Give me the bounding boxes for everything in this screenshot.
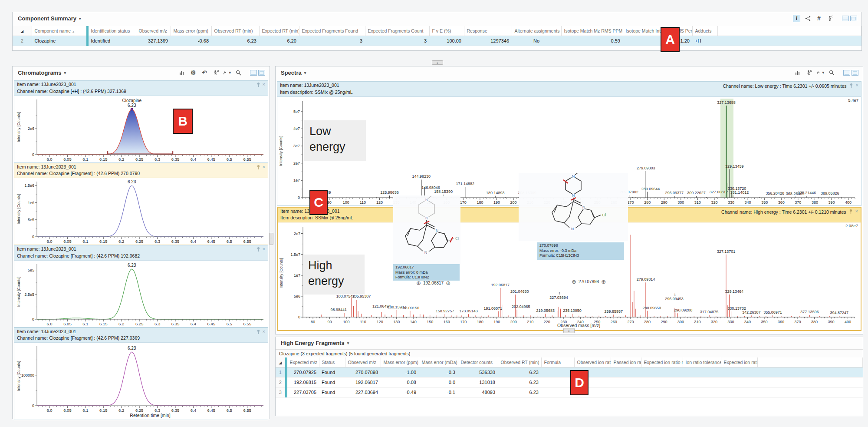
- chromatogram-plot-327[interactable]: 6.06.056.16.156.26.256.36.356.46.456.56.…: [14, 96, 268, 162]
- col-detector-counts[interactable]: Detector counts: [458, 357, 498, 367]
- col-expected-rt[interactable]: Expected RT (min): [259, 26, 299, 36]
- fragment-structure-270: N N N N Cl: [519, 173, 628, 241]
- col-status[interactable]: Status: [319, 357, 345, 367]
- col-expected-mz[interactable]: Expected m/z: [286, 357, 319, 367]
- chromatograms-title[interactable]: Chromatograms: [18, 70, 61, 76]
- close-icon[interactable]: ×: [855, 209, 858, 213]
- pin-icon[interactable]: [256, 82, 260, 89]
- col-mass-error-mda[interactable]: Mass error (mDa): [419, 357, 458, 367]
- caret-down-icon[interactable]: ▾: [347, 341, 349, 345]
- fragment-row[interactable]: 2192.06815Found192.068170.080.01310186.2…: [276, 377, 863, 387]
- pin-icon[interactable]: [256, 247, 260, 254]
- col-expected-ion-ratio[interactable]: Expected ion ratio: [721, 357, 757, 367]
- collapse-panel-icon[interactable]: [842, 16, 849, 21]
- col-adducts[interactable]: Adducts: [692, 26, 717, 36]
- col-passed-ion-ratio[interactable]: Passed ion ratio: [611, 357, 641, 367]
- col-isotope-mz-rms[interactable]: Isotope Match Mz RMS PPM: [561, 26, 623, 36]
- expand-panel-icon[interactable]: [852, 70, 858, 76]
- col-observed-mz[interactable]: Observed m/z: [136, 26, 171, 36]
- undo-icon[interactable]: ↶: [201, 69, 208, 76]
- col-formula[interactable]: Formula: [541, 357, 574, 367]
- fragments-title[interactable]: High Energy Fragments: [281, 340, 345, 346]
- peaks-icon[interactable]: [794, 69, 802, 76]
- svg-text:190: 190: [493, 320, 500, 324]
- close-icon[interactable]: ×: [263, 82, 265, 86]
- component-summary-title[interactable]: Component Summary: [18, 15, 76, 22]
- summary-row-clozapine[interactable]: 2 Clozapine Identified 327.1369 -0.68 6.…: [13, 36, 861, 46]
- chromatogram-plot-270[interactable]: 6.06.056.16.156.26.256.36.356.46.456.56.…: [14, 178, 268, 245]
- close-icon[interactable]: ×: [263, 329, 265, 334]
- col-identification-status[interactable]: Identification status: [87, 26, 136, 36]
- caret-down-icon[interactable]: ▾: [79, 17, 81, 21]
- col-alternate-assignments[interactable]: Alternate assignments: [512, 26, 561, 36]
- magnifier-icon[interactable]: [234, 69, 242, 76]
- select-all-header[interactable]: ◢: [276, 357, 286, 367]
- chromatogram-plot-227[interactable]: 6.06.056.16.156.26.256.36.356.46.456.56.…: [14, 343, 268, 420]
- next-fragment-button[interactable]: ⊕: [601, 279, 606, 285]
- col-expected-ion-ratio-range[interactable]: Expected ion ratio range: [641, 357, 683, 367]
- svg-text:290: 290: [661, 320, 667, 324]
- collapse-panel-icon[interactable]: [250, 70, 257, 76]
- person-annotate-icon[interactable]: [826, 14, 834, 22]
- svg-text:330.13732: 330.13732: [727, 306, 746, 311]
- fragment-row[interactable]: 3227.03705Found227.03694-0.49-0.1480936.…: [276, 387, 863, 397]
- fragments-subtitle: Clozapine (3 expected fragments) (5 foun…: [276, 349, 863, 357]
- chart-options-icon[interactable]: ▾: [816, 69, 824, 76]
- svg-text:0: 0: [32, 317, 34, 321]
- select-all-header[interactable]: ◢: [13, 26, 32, 36]
- col-observed-rt[interactable]: Observed RT (min): [498, 357, 541, 367]
- col-response[interactable]: Response: [464, 26, 512, 36]
- svg-text:330: 330: [727, 320, 734, 324]
- person-annotate-icon[interactable]: [212, 69, 220, 76]
- close-icon[interactable]: ×: [856, 83, 858, 87]
- svg-text:190: 190: [493, 200, 500, 205]
- expand-panel-icon[interactable]: [850, 16, 857, 21]
- tooltip-formula: Formula: C13H8N2: [395, 275, 457, 280]
- col-component-name[interactable]: Component name▴: [32, 26, 87, 36]
- horizontal-splitter-handle-2[interactable]: ●: [563, 328, 575, 333]
- col-expected-fragments-found[interactable]: Expected Fragments Found: [299, 26, 365, 36]
- clozapine-fragment-270-structure: N N N N Cl: [519, 173, 628, 241]
- caret-down-icon[interactable]: ▾: [64, 71, 66, 75]
- magnifier-icon[interactable]: [828, 69, 835, 76]
- col-mass-error-ppm[interactable]: Mass error (ppm): [381, 357, 419, 367]
- pin-icon[interactable]: [849, 83, 853, 90]
- col-expected-fragments-count[interactable]: Expected Fragments Count: [365, 26, 429, 36]
- chart-options-icon[interactable]: ▾: [223, 69, 231, 76]
- close-icon[interactable]: ×: [263, 165, 265, 169]
- col-ion-ratio-tolerance[interactable]: Ion ratio tolerance (%): [683, 357, 721, 367]
- col-fve[interactable]: F v E (%): [429, 26, 464, 36]
- prev-fragment-button[interactable]: ⊕: [416, 280, 421, 286]
- pin-icon[interactable]: [256, 329, 260, 336]
- person-annotate-icon[interactable]: [805, 69, 813, 76]
- col-isotope-intensity-rms[interactable]: Isotope Match Intensity RMS Percent: [623, 26, 692, 36]
- col-mass-error-ppm[interactable]: Mass error (ppm): [171, 26, 211, 36]
- spectra-title[interactable]: Spectra: [281, 70, 302, 76]
- horizontal-splitter-handle[interactable]: ●: [432, 60, 443, 65]
- col-observed-ion-ratio[interactable]: Observed ion ratio: [574, 357, 611, 367]
- prev-fragment-button[interactable]: ⊕: [572, 279, 576, 285]
- svg-text:110: 110: [360, 200, 366, 205]
- vertical-splitter-handle[interactable]: ⋮: [269, 233, 273, 245]
- caret-down-icon[interactable]: ▾: [304, 71, 306, 75]
- pin-icon[interactable]: [256, 165, 260, 172]
- chromatogram-plot-192[interactable]: 6.06.056.16.156.26.256.36.356.46.456.56.…: [14, 261, 268, 327]
- expand-panel-icon[interactable]: [258, 70, 265, 76]
- svg-text:400: 400: [845, 200, 852, 205]
- svg-text:110: 110: [360, 320, 366, 324]
- hash-icon[interactable]: #: [815, 14, 823, 22]
- svg-text:389.05826: 389.05826: [821, 191, 839, 195]
- share-icon[interactable]: [804, 14, 812, 22]
- svg-text:370: 370: [795, 320, 801, 324]
- col-observed-mz[interactable]: Observed m/z: [345, 357, 381, 367]
- fragment-row[interactable]: 1270.07925Found270.07898-1.00-0.35363306…: [276, 367, 863, 377]
- pin-icon[interactable]: [849, 209, 853, 216]
- gear-icon[interactable]: ⚙: [189, 69, 197, 76]
- collapse-panel-icon[interactable]: [843, 70, 850, 76]
- next-fragment-button[interactable]: ⊕: [446, 280, 450, 286]
- peaks-icon[interactable]: [178, 69, 186, 76]
- col-observed-rt[interactable]: Observed RT (min): [211, 26, 259, 36]
- close-icon[interactable]: ×: [263, 247, 265, 251]
- svg-text:6.2: 6.2: [118, 321, 124, 326]
- info-icon[interactable]: i: [793, 15, 800, 22]
